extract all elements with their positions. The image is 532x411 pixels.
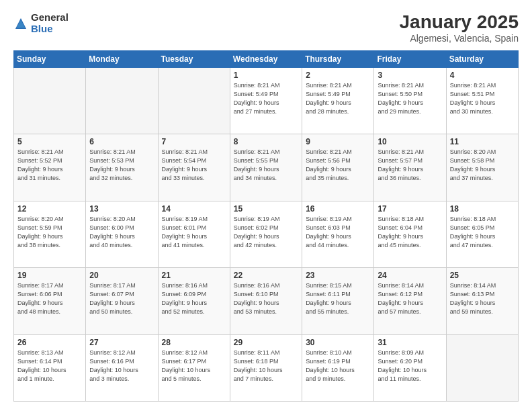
calendar-day-cell: 24Sunrise: 8:14 AMSunset: 6:12 PMDayligh… — [374, 268, 446, 334]
day-info: Sunrise: 8:21 AMSunset: 5:57 PMDaylight:… — [378, 148, 442, 183]
day-info: Sunrise: 8:12 AMSunset: 6:16 PMDaylight:… — [89, 349, 154, 383]
calendar-day-cell: 18Sunrise: 8:18 AMSunset: 6:05 PMDayligh… — [446, 201, 518, 267]
day-info: Sunrise: 8:21 AMSunset: 5:51 PMDaylight:… — [450, 81, 515, 116]
day-number: 28 — [162, 338, 226, 347]
weekday-header: Friday — [374, 50, 446, 67]
day-info: Sunrise: 8:09 AMSunset: 6:20 PMDaylight:… — [378, 349, 442, 383]
day-number: 31 — [378, 338, 442, 347]
day-number: 5 — [17, 137, 82, 146]
day-info: Sunrise: 8:14 AMSunset: 6:12 PMDaylight:… — [378, 281, 442, 316]
day-info: Sunrise: 8:21 AMSunset: 5:50 PMDaylight:… — [378, 81, 442, 116]
calendar-day-cell — [14, 67, 86, 134]
day-number: 2 — [306, 71, 370, 80]
day-info: Sunrise: 8:21 AMSunset: 5:56 PMDaylight:… — [306, 148, 370, 183]
calendar-day-cell: 3Sunrise: 8:21 AMSunset: 5:50 PMDaylight… — [374, 67, 446, 134]
day-info: Sunrise: 8:21 AMSunset: 5:52 PMDaylight:… — [17, 148, 82, 183]
calendar-day-cell: 22Sunrise: 8:16 AMSunset: 6:10 PMDayligh… — [230, 268, 302, 334]
logo-blue: Blue — [31, 23, 53, 34]
calendar-day-cell: 5Sunrise: 8:21 AMSunset: 5:52 PMDaylight… — [14, 134, 86, 201]
calendar-day-cell — [446, 334, 518, 401]
day-info: Sunrise: 8:16 AMSunset: 6:10 PMDaylight:… — [234, 281, 298, 316]
day-number: 13 — [89, 204, 154, 214]
calendar-day-cell: 20Sunrise: 8:17 AMSunset: 6:07 PMDayligh… — [86, 268, 158, 334]
day-info: Sunrise: 8:15 AMSunset: 6:11 PMDaylight:… — [306, 281, 370, 316]
weekday-header: Saturday — [446, 50, 518, 67]
day-info: Sunrise: 8:21 AMSunset: 5:55 PMDaylight:… — [234, 148, 298, 183]
calendar-day-cell: 6Sunrise: 8:21 AMSunset: 5:53 PMDaylight… — [86, 134, 158, 201]
logo-general: General — [31, 11, 69, 23]
calendar-week-row: 12Sunrise: 8:20 AMSunset: 5:59 PMDayligh… — [14, 201, 519, 267]
calendar-day-cell: 27Sunrise: 8:12 AMSunset: 6:16 PMDayligh… — [86, 334, 158, 401]
day-info: Sunrise: 8:18 AMSunset: 6:04 PMDaylight:… — [378, 215, 442, 250]
day-info: Sunrise: 8:19 AMSunset: 6:01 PMDaylight:… — [162, 215, 226, 250]
day-number: 12 — [17, 204, 82, 214]
day-number: 23 — [306, 271, 370, 280]
logo-text: General Blue — [31, 12, 69, 34]
day-info: Sunrise: 8:14 AMSunset: 6:13 PMDaylight:… — [450, 281, 515, 316]
day-number: 24 — [378, 271, 442, 280]
day-info: Sunrise: 8:21 AMSunset: 5:54 PMDaylight:… — [162, 148, 226, 183]
calendar-day-cell: 1Sunrise: 8:21 AMSunset: 5:49 PMDaylight… — [230, 67, 302, 134]
day-number: 30 — [306, 338, 370, 347]
calendar-day-cell: 25Sunrise: 8:14 AMSunset: 6:13 PMDayligh… — [446, 268, 518, 334]
day-number: 21 — [162, 271, 226, 280]
calendar-header-row: SundayMondayTuesdayWednesdayThursdayFrid… — [14, 50, 519, 67]
calendar-week-row: 1Sunrise: 8:21 AMSunset: 5:49 PMDaylight… — [14, 67, 519, 134]
day-number: 16 — [306, 204, 370, 214]
calendar-day-cell: 7Sunrise: 8:21 AMSunset: 5:54 PMDaylight… — [158, 134, 230, 201]
calendar-day-cell: 28Sunrise: 8:12 AMSunset: 6:17 PMDayligh… — [158, 334, 230, 401]
calendar-week-row: 19Sunrise: 8:17 AMSunset: 6:06 PMDayligh… — [14, 268, 519, 334]
day-number: 27 — [89, 338, 154, 347]
calendar-week-row: 5Sunrise: 8:21 AMSunset: 5:52 PMDaylight… — [14, 134, 519, 201]
day-info: Sunrise: 8:16 AMSunset: 6:09 PMDaylight:… — [162, 281, 226, 316]
calendar-day-cell: 19Sunrise: 8:17 AMSunset: 6:06 PMDayligh… — [14, 268, 86, 334]
weekday-header: Monday — [86, 50, 158, 67]
weekday-header: Wednesday — [230, 50, 302, 67]
weekday-header: Tuesday — [158, 50, 230, 67]
day-number: 6 — [89, 137, 154, 146]
day-info: Sunrise: 8:17 AMSunset: 6:06 PMDaylight:… — [17, 281, 82, 316]
day-number: 17 — [378, 204, 442, 214]
calendar-day-cell: 13Sunrise: 8:20 AMSunset: 6:00 PMDayligh… — [86, 201, 158, 267]
calendar-day-cell: 31Sunrise: 8:09 AMSunset: 6:20 PMDayligh… — [374, 334, 446, 401]
day-info: Sunrise: 8:20 AMSunset: 5:59 PMDaylight:… — [17, 215, 82, 250]
day-info: Sunrise: 8:21 AMSunset: 5:53 PMDaylight:… — [89, 148, 154, 183]
weekday-header: Thursday — [302, 50, 374, 67]
day-number: 3 — [378, 71, 442, 80]
day-number: 11 — [450, 137, 515, 146]
day-number: 15 — [234, 204, 298, 214]
calendar-day-cell: 11Sunrise: 8:20 AMSunset: 5:58 PMDayligh… — [446, 134, 518, 201]
day-info: Sunrise: 8:21 AMSunset: 5:49 PMDaylight:… — [234, 81, 298, 116]
calendar-day-cell: 17Sunrise: 8:18 AMSunset: 6:04 PMDayligh… — [374, 201, 446, 267]
calendar-day-cell: 4Sunrise: 8:21 AMSunset: 5:51 PMDaylight… — [446, 67, 518, 134]
calendar-table: SundayMondayTuesdayWednesdayThursdayFrid… — [13, 50, 519, 402]
day-info: Sunrise: 8:17 AMSunset: 6:07 PMDaylight:… — [89, 281, 154, 316]
header: General Blue January 2025 Algemesi, Vale… — [13, 12, 519, 44]
day-number: 10 — [378, 137, 442, 146]
logo-icon — [13, 16, 28, 31]
calendar-day-cell: 23Sunrise: 8:15 AMSunset: 6:11 PMDayligh… — [302, 268, 374, 334]
day-number: 1 — [234, 71, 298, 80]
day-info: Sunrise: 8:19 AMSunset: 6:02 PMDaylight:… — [234, 215, 298, 250]
day-number: 19 — [17, 271, 82, 280]
day-number: 14 — [162, 204, 226, 214]
page: General Blue January 2025 Algemesi, Vale… — [0, 0, 532, 411]
day-info: Sunrise: 8:19 AMSunset: 6:03 PMDaylight:… — [306, 215, 370, 250]
weekday-header: Sunday — [14, 50, 86, 67]
calendar-day-cell: 12Sunrise: 8:20 AMSunset: 5:59 PMDayligh… — [14, 201, 86, 267]
calendar-day-cell: 9Sunrise: 8:21 AMSunset: 5:56 PMDaylight… — [302, 134, 374, 201]
day-info: Sunrise: 8:13 AMSunset: 6:14 PMDaylight:… — [17, 349, 82, 383]
calendar-day-cell: 8Sunrise: 8:21 AMSunset: 5:55 PMDaylight… — [230, 134, 302, 201]
day-number: 25 — [450, 271, 515, 280]
day-info: Sunrise: 8:10 AMSunset: 6:19 PMDaylight:… — [306, 349, 370, 383]
calendar-day-cell: 10Sunrise: 8:21 AMSunset: 5:57 PMDayligh… — [374, 134, 446, 201]
logo: General Blue — [13, 12, 69, 34]
day-info: Sunrise: 8:12 AMSunset: 6:17 PMDaylight:… — [162, 349, 226, 383]
calendar-day-cell: 2Sunrise: 8:21 AMSunset: 5:49 PMDaylight… — [302, 67, 374, 134]
calendar-day-cell: 15Sunrise: 8:19 AMSunset: 6:02 PMDayligh… — [230, 201, 302, 267]
day-number: 9 — [306, 137, 370, 146]
day-info: Sunrise: 8:18 AMSunset: 6:05 PMDaylight:… — [450, 215, 515, 250]
calendar-day-cell: 16Sunrise: 8:19 AMSunset: 6:03 PMDayligh… — [302, 201, 374, 267]
day-info: Sunrise: 8:20 AMSunset: 5:58 PMDaylight:… — [450, 148, 515, 183]
calendar-day-cell: 26Sunrise: 8:13 AMSunset: 6:14 PMDayligh… — [14, 334, 86, 401]
